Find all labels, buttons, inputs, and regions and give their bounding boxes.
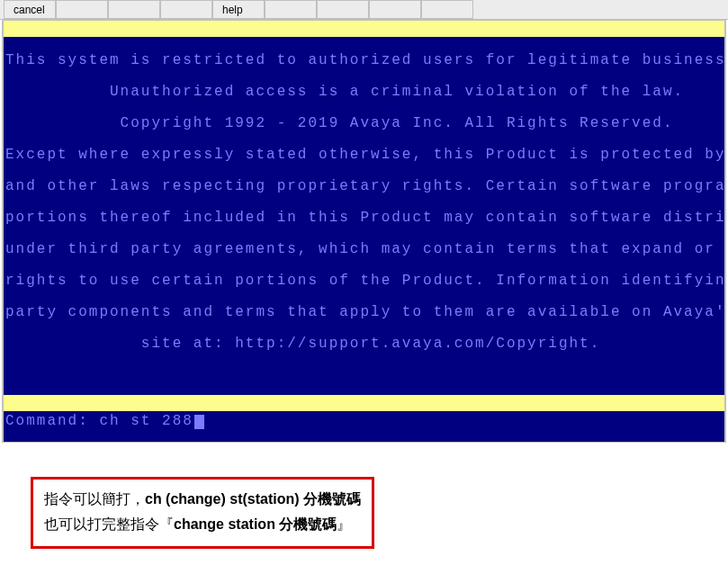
menu-blank-7[interactable]: . [369,0,421,19]
status-bar-bottom [4,395,724,411]
menu-cancel[interactable]: cancel [4,0,56,19]
terminal-line: and other laws respecting proprietary ri… [5,179,723,195]
menu-blank-3[interactable]: . [160,0,212,19]
annotation-text: 』 [337,516,351,532]
command-prompt: Command: [5,413,89,429]
annotation-line-2: 也可以打完整指令『change station 分機號碼』 [44,512,361,537]
command-bar[interactable]: Command: ch st 288 [4,411,724,442]
menu-blank-5[interactable]: . [265,0,317,19]
terminal-line: portions thereof included in this Produc… [5,211,723,227]
annotation-callout: 指令可以簡打，ch (change) st(station) 分機號碼 也可以打… [31,477,374,549]
terminal-output: This system is restricted to authorized … [4,37,724,395]
annotation-bold: change station 分機號碼 [174,516,337,532]
terminal-line: Unauthorized access is a criminal violat… [5,85,723,101]
menu-help[interactable]: help [212,0,265,19]
annotation-text: 指令可以簡打， [44,491,145,507]
annotation-bold: ch (change) st(station) 分機號碼 [145,491,361,507]
status-bar-top [4,21,724,37]
menu-blank-6[interactable]: . [317,0,369,19]
terminal-line: Except where expressly stated otherwise,… [5,148,723,164]
terminal-line: rights to use certain portions of the Pr… [5,274,723,290]
terminal-line: This system is restricted to authorized … [5,53,723,69]
menu-blank-1[interactable]: . [56,0,108,19]
annotation-text: 也可以打完整指令『 [44,516,174,532]
menubar: cancel . . . help . . . . [0,0,728,20]
cursor-icon [194,415,204,429]
menu-blank-2[interactable]: . [108,0,160,19]
terminal-line: under third party agreements, which may … [5,242,723,258]
terminal-line: Copyright 1992 - 2019 Avaya Inc. All Rig… [5,116,723,132]
command-input[interactable]: ch st 288 [99,413,193,429]
terminal-window: This system is restricted to authorized … [2,20,726,443]
menu-blank-8[interactable]: . [421,0,473,19]
terminal-line: site at: http://support.avaya.com/Copyri… [5,336,723,353]
annotation-line-1: 指令可以簡打，ch (change) st(station) 分機號碼 [44,487,361,512]
terminal-line: party components and terms that apply to… [5,305,723,321]
